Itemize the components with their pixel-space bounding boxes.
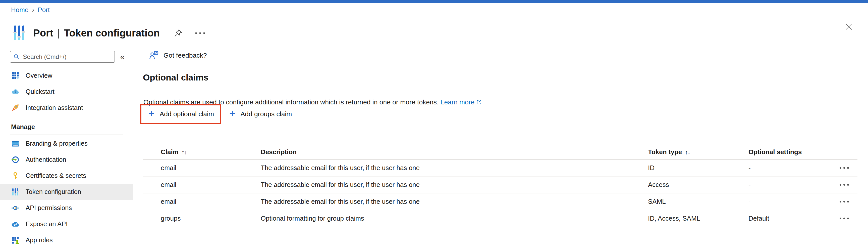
optional-settings-cell: - bbox=[748, 198, 839, 206]
command-buttons-row: + Add optional claim + Add groups claim bbox=[140, 104, 292, 124]
token-type-cell: Access bbox=[648, 181, 748, 189]
close-blade-button[interactable] bbox=[845, 23, 853, 31]
optional-settings-cell: - bbox=[748, 181, 839, 189]
description-cell: The addressable email for this user, if … bbox=[261, 181, 648, 189]
token-type-cell: ID, Access, SAML bbox=[648, 215, 748, 222]
search-input[interactable] bbox=[10, 51, 115, 63]
optional-settings-cell: Default bbox=[748, 215, 839, 222]
table-row-email-access[interactable]: emailThe addressable email for this user… bbox=[143, 177, 858, 193]
sidebar-item-label: Overview bbox=[26, 72, 52, 79]
row-context-menu-button[interactable] bbox=[838, 200, 858, 203]
description-cell: The addressable email for this user, if … bbox=[261, 164, 648, 172]
sidebar-item-branding-properties[interactable]: wwwBranding & properties bbox=[0, 136, 133, 152]
token-type-cell: SAML bbox=[648, 198, 748, 206]
add-groups-claim-button[interactable]: + Add groups claim bbox=[229, 109, 292, 119]
plus-icon: + bbox=[229, 108, 236, 119]
pin-icon bbox=[174, 28, 183, 37]
more-icon bbox=[195, 32, 205, 34]
sidebar-section-manage: Manage bbox=[0, 116, 133, 131]
sidebar-nav-manage: wwwBranding & propertiesAuthenticationCe… bbox=[0, 136, 133, 244]
table-row-groups-id-access-saml[interactable]: groupsOptional formatting for group clai… bbox=[143, 210, 858, 227]
claim-cell: email bbox=[143, 164, 261, 172]
plus-icon: + bbox=[149, 108, 155, 119]
sidebar-search-row: « bbox=[10, 51, 125, 63]
row-context-menu-button[interactable] bbox=[838, 167, 858, 169]
pin-button[interactable] bbox=[174, 28, 183, 37]
token-configuration-icon bbox=[11, 188, 20, 196]
annotation-highlight-box: + Add optional claim bbox=[140, 104, 221, 124]
breadcrumb-home-link[interactable]: Home bbox=[11, 6, 28, 14]
page-title: Port | Token configuration bbox=[33, 27, 160, 39]
app-roles-icon bbox=[11, 236, 20, 244]
close-icon bbox=[845, 23, 853, 31]
sidebar-nav-top: OverviewQuickstartIntegration assistant bbox=[0, 67, 133, 116]
expose-api-icon bbox=[11, 220, 20, 228]
sidebar-item-token-configuration[interactable]: Token configuration bbox=[0, 184, 133, 200]
got-feedback-button[interactable]: Got feedback? bbox=[149, 50, 207, 60]
feedback-icon bbox=[149, 50, 159, 60]
sidebar-item-label: API permissions bbox=[26, 204, 72, 212]
more-options-button[interactable] bbox=[195, 32, 205, 34]
table-body: emailThe addressable email for this user… bbox=[143, 160, 858, 227]
ellipsis-icon bbox=[840, 218, 849, 219]
sidebar-item-certificates-secrets[interactable]: Certificates & secrets bbox=[0, 168, 133, 184]
column-header-token-type[interactable]: Token type↑↓ bbox=[648, 148, 748, 156]
sidebar-item-api-permissions[interactable]: API permissions bbox=[0, 200, 133, 216]
claim-header-label: Claim bbox=[161, 148, 179, 156]
sidebar-item-label: Expose an API bbox=[26, 220, 68, 228]
add-optional-claim-button[interactable]: + Add optional claim bbox=[149, 109, 214, 119]
browser-top-bar bbox=[0, 0, 868, 3]
sort-arrows-icon: ↑↓ bbox=[685, 149, 690, 156]
breadcrumb: Home › Port bbox=[11, 6, 50, 14]
authentication-icon bbox=[11, 156, 20, 164]
table-row-email-id[interactable]: emailThe addressable email for this user… bbox=[143, 160, 858, 177]
sidebar-section-divider bbox=[10, 135, 123, 135]
description-cell: The addressable email for this user, if … bbox=[261, 198, 648, 206]
token-type-header-label: Token type bbox=[648, 148, 682, 156]
learn-more-link[interactable]: Learn more bbox=[440, 98, 475, 106]
feedback-label: Got feedback? bbox=[163, 52, 207, 59]
column-header-description[interactable]: Description bbox=[261, 148, 648, 156]
branding-icon: www bbox=[11, 139, 20, 148]
optional-claims-heading: Optional claims bbox=[143, 73, 209, 82]
sidebar-item-label: Certificates & secrets bbox=[26, 172, 86, 179]
certificates-icon bbox=[11, 171, 20, 180]
breadcrumb-port-link[interactable]: Port bbox=[38, 6, 50, 14]
description-cell: Optional formatting for group claims bbox=[261, 215, 648, 222]
token-configuration-page: Home › Port Port | Token configuration bbox=[0, 0, 868, 244]
api-permissions-icon bbox=[11, 204, 20, 212]
row-context-menu-button[interactable] bbox=[838, 217, 858, 220]
sidebar-item-label: Branding & properties bbox=[26, 140, 88, 147]
optional-claims-table: Claim↑↓ Description Token type↑↓ Optiona… bbox=[143, 145, 858, 227]
page-header: Port | Token configuration bbox=[12, 21, 205, 46]
sidebar-item-authentication[interactable]: Authentication bbox=[0, 152, 133, 168]
page-title-text: Token configuration bbox=[64, 27, 159, 39]
external-link-icon[interactable] bbox=[476, 99, 482, 105]
svg-text:www: www bbox=[13, 144, 18, 146]
sidebar-item-overview[interactable]: Overview bbox=[0, 67, 133, 83]
sidebar-item-label: App roles bbox=[26, 237, 53, 244]
collapse-sidebar-button[interactable]: « bbox=[120, 52, 125, 61]
column-header-optional-settings[interactable]: Optional settings bbox=[748, 148, 839, 156]
sidebar-item-label: Token configuration bbox=[26, 188, 81, 195]
toolbar-divider bbox=[143, 66, 858, 66]
sidebar-item-label: Quickstart bbox=[26, 88, 55, 95]
sidebar-item-app-roles[interactable]: App roles bbox=[0, 232, 133, 244]
claim-cell: groups bbox=[143, 215, 261, 222]
sidebar-item-integration-assistant[interactable]: Integration assistant bbox=[0, 100, 133, 116]
resource-menu-sidebar: « OverviewQuickstartIntegration assistan… bbox=[0, 47, 133, 244]
integration-assistant-icon bbox=[11, 103, 20, 112]
sidebar-item-label: Authentication bbox=[26, 156, 66, 163]
table-row-email-saml[interactable]: emailThe addressable email for this user… bbox=[143, 193, 858, 210]
sidebar-item-expose-an-api[interactable]: Expose an API bbox=[0, 216, 133, 232]
optional-settings-cell: - bbox=[748, 164, 839, 172]
token-type-cell: ID bbox=[648, 164, 748, 172]
column-header-claim[interactable]: Claim↑↓ bbox=[143, 148, 261, 156]
sidebar-item-label: Integration assistant bbox=[26, 104, 83, 111]
sidebar-item-quickstart[interactable]: Quickstart bbox=[0, 83, 133, 100]
add-groups-claim-label: Add groups claim bbox=[241, 110, 292, 118]
add-optional-claim-label: Add optional claim bbox=[160, 110, 214, 118]
search-box bbox=[10, 51, 115, 63]
row-context-menu-button[interactable] bbox=[838, 184, 858, 186]
overview-icon bbox=[11, 71, 20, 80]
